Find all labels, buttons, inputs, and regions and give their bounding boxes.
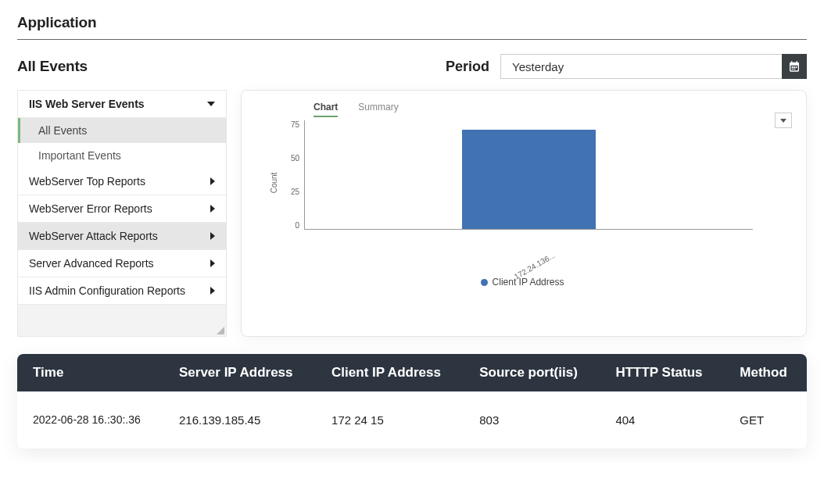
cell-time: 2022-06-28 16.:30:.36: [17, 391, 163, 449]
plot: 172.24.136...: [304, 120, 753, 230]
sidebar-sub-all-events[interactable]: All Events: [18, 118, 226, 143]
col-server-ip: Server IP Address: [163, 354, 316, 391]
sidebar-item-iis-admin-config[interactable]: IIS Admin Configuration Reports: [18, 277, 226, 305]
col-method: Method: [724, 354, 807, 391]
cell-source-port: 803: [464, 391, 600, 449]
sidebar-item-label: WebServer Attack Reports: [29, 230, 158, 242]
sidebar-sub-label: Important Events: [38, 149, 121, 162]
sidebar-item-label: IIS Admin Configuration Reports: [29, 284, 185, 297]
y-tick: 50: [291, 154, 299, 163]
y-ticks: 75 50 25 0: [287, 120, 304, 230]
col-time: Time: [17, 354, 163, 391]
y-axis-label: Count: [270, 173, 278, 194]
chart-options-button[interactable]: [775, 113, 792, 128]
y-tick: 25: [291, 188, 299, 196]
period-input[interactable]: [500, 54, 782, 79]
cell-method: GET: [724, 391, 807, 449]
tab-summary[interactable]: Summary: [358, 102, 398, 117]
divider: [17, 39, 807, 40]
tab-chart[interactable]: Chart: [313, 102, 338, 117]
chevron-down-icon: [780, 119, 786, 123]
y-tick: 0: [295, 221, 299, 230]
sidebar-item-top-reports[interactable]: WebServer Top Reports: [18, 168, 226, 195]
sidebar-group-label: IIS Web Server Events: [29, 98, 145, 110]
chart-panel: Chart Summary Count 75 50 25 0 172.24.13…: [241, 90, 807, 337]
sidebar-item-attack-reports[interactable]: WebServer Attack Reports: [18, 223, 226, 250]
y-tick: 75: [291, 120, 299, 129]
events-table: Time Server IP Address Client IP Address…: [17, 354, 807, 449]
sidebar: IIS Web Server Events All Events Importa…: [17, 90, 227, 337]
period-label: Period: [446, 59, 489, 75]
col-source-port: Source port(iis): [464, 354, 600, 391]
chart-bar: [462, 130, 597, 229]
sidebar-sub-label: All Events: [38, 124, 87, 137]
legend-dot-icon: [481, 279, 488, 286]
sidebar-item-error-reports[interactable]: WebServer Error Reports: [18, 195, 226, 223]
chevron-right-icon: [210, 287, 215, 295]
page-title: Application: [17, 14, 807, 31]
chevron-right-icon: [210, 232, 215, 240]
cell-server-ip: 216.139.185.45: [163, 391, 316, 449]
chart-area: Count 75 50 25 0 172.24.136...: [287, 120, 753, 245]
events-table-wrap: Time Server IP Address Client IP Address…: [17, 354, 807, 449]
sidebar-spacer: [18, 305, 226, 336]
chevron-right-icon: [210, 259, 215, 267]
chevron-right-icon: [210, 205, 215, 213]
sidebar-sub-important-events[interactable]: Important Events: [18, 143, 226, 168]
chevron-down-icon: [207, 102, 215, 106]
chevron-right-icon: [210, 177, 215, 185]
calendar-icon: [788, 60, 801, 73]
section-title: All Events: [17, 58, 88, 75]
cell-http-status: 404: [600, 391, 724, 449]
sidebar-item-label: Server Advanced Reports: [29, 257, 154, 270]
sidebar-group-iis-events[interactable]: IIS Web Server Events: [18, 91, 226, 118]
legend: Client IP Address: [256, 277, 789, 288]
table-head: Time Server IP Address Client IP Address…: [17, 354, 807, 391]
col-http-status: HTTTP Status: [600, 354, 724, 391]
cell-client-ip: 172 24 15: [316, 391, 464, 449]
calendar-button[interactable]: [782, 54, 807, 79]
sidebar-item-label: WebServer Top Reports: [29, 175, 145, 188]
legend-label: Client IP Address: [493, 277, 564, 288]
col-client-ip: Client IP Address: [316, 354, 464, 391]
sidebar-item-advanced-reports[interactable]: Server Advanced Reports: [18, 250, 226, 277]
sidebar-item-label: WebServer Error Reports: [29, 202, 152, 215]
table-row: 2022-06-28 16.:30:.36 216.139.185.45 172…: [17, 391, 807, 449]
